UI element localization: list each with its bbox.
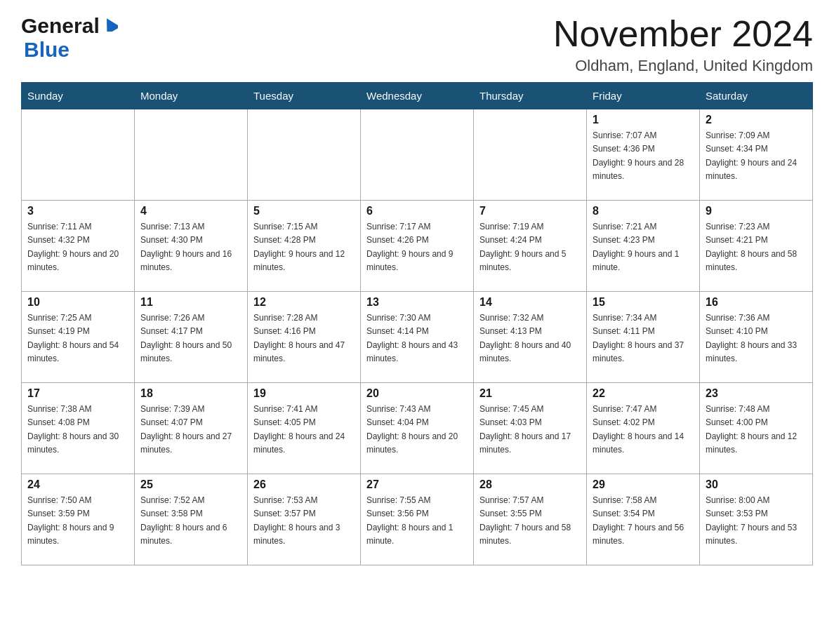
calendar-cell: 11Sunrise: 7:26 AMSunset: 4:17 PMDayligh… — [135, 292, 248, 383]
day-number: 22 — [593, 387, 694, 400]
day-info: Sunrise: 7:39 AMSunset: 4:07 PMDaylight:… — [140, 403, 241, 457]
weekday-header-sunday: Sunday — [22, 83, 135, 109]
calendar-cell — [135, 109, 248, 201]
calendar-cell — [22, 109, 135, 201]
day-number: 18 — [140, 387, 241, 400]
weekday-header-thursday: Thursday — [474, 83, 587, 109]
calendar-cell: 8Sunrise: 7:21 AMSunset: 4:23 PMDaylight… — [587, 201, 700, 292]
svg-marker-0 — [102, 18, 118, 32]
calendar-cell: 15Sunrise: 7:34 AMSunset: 4:11 PMDayligh… — [587, 292, 700, 383]
calendar-cell: 21Sunrise: 7:45 AMSunset: 4:03 PMDayligh… — [474, 383, 587, 474]
day-info: Sunrise: 7:58 AMSunset: 3:54 PMDaylight:… — [593, 494, 694, 548]
logo: General Blue — [21, 14, 118, 62]
month-title: November 2024 — [553, 14, 813, 54]
calendar-cell: 22Sunrise: 7:47 AMSunset: 4:02 PMDayligh… — [587, 383, 700, 474]
day-number: 26 — [253, 478, 355, 491]
day-info: Sunrise: 7:38 AMSunset: 4:08 PMDaylight:… — [27, 403, 128, 457]
calendar-cell: 16Sunrise: 7:36 AMSunset: 4:10 PMDayligh… — [700, 292, 813, 383]
weekday-header-saturday: Saturday — [700, 83, 813, 109]
calendar-cell: 7Sunrise: 7:19 AMSunset: 4:24 PMDaylight… — [474, 201, 587, 292]
day-info: Sunrise: 7:19 AMSunset: 4:24 PMDaylight:… — [479, 220, 581, 274]
calendar-cell — [474, 109, 587, 201]
calendar-cell: 5Sunrise: 7:15 AMSunset: 4:28 PMDaylight… — [248, 201, 361, 292]
calendar-cell: 29Sunrise: 7:58 AMSunset: 3:54 PMDayligh… — [587, 474, 700, 565]
day-number: 16 — [706, 296, 807, 309]
calendar-week-row: 3Sunrise: 7:11 AMSunset: 4:32 PMDaylight… — [22, 201, 813, 292]
weekday-header-wednesday: Wednesday — [361, 83, 474, 109]
day-number: 29 — [593, 478, 694, 491]
day-info: Sunrise: 7:23 AMSunset: 4:21 PMDaylight:… — [706, 220, 807, 274]
day-info: Sunrise: 7:28 AMSunset: 4:16 PMDaylight:… — [253, 311, 355, 365]
day-number: 12 — [253, 296, 355, 309]
day-number: 15 — [593, 296, 694, 309]
day-info: Sunrise: 7:36 AMSunset: 4:10 PMDaylight:… — [706, 311, 807, 365]
day-number: 13 — [366, 296, 468, 309]
day-number: 7 — [479, 205, 581, 217]
day-info: Sunrise: 7:25 AMSunset: 4:19 PMDaylight:… — [27, 311, 128, 365]
logo-triangle-icon — [102, 18, 118, 34]
weekday-header-friday: Friday — [587, 83, 700, 109]
calendar-cell: 23Sunrise: 7:48 AMSunset: 4:00 PMDayligh… — [700, 383, 813, 474]
day-info: Sunrise: 7:09 AMSunset: 4:34 PMDaylight:… — [706, 129, 807, 183]
day-info: Sunrise: 7:30 AMSunset: 4:14 PMDaylight:… — [366, 311, 468, 365]
calendar-table: SundayMondayTuesdayWednesdayThursdayFrid… — [21, 82, 813, 565]
calendar-cell: 12Sunrise: 7:28 AMSunset: 4:16 PMDayligh… — [248, 292, 361, 383]
calendar-cell: 27Sunrise: 7:55 AMSunset: 3:56 PMDayligh… — [361, 474, 474, 565]
day-info: Sunrise: 7:17 AMSunset: 4:26 PMDaylight:… — [366, 220, 468, 274]
logo-general-text: General — [21, 14, 100, 38]
location-subtitle: Oldham, England, United Kingdom — [553, 57, 813, 75]
day-info: Sunrise: 7:43 AMSunset: 4:04 PMDaylight:… — [366, 403, 468, 457]
calendar-cell: 24Sunrise: 7:50 AMSunset: 3:59 PMDayligh… — [22, 474, 135, 565]
day-number: 1 — [593, 114, 694, 126]
day-info: Sunrise: 7:26 AMSunset: 4:17 PMDaylight:… — [140, 311, 241, 365]
day-info: Sunrise: 7:32 AMSunset: 4:13 PMDaylight:… — [479, 311, 581, 365]
calendar-cell: 26Sunrise: 7:53 AMSunset: 3:57 PMDayligh… — [248, 474, 361, 565]
day-number: 19 — [253, 387, 355, 400]
day-info: Sunrise: 7:57 AMSunset: 3:55 PMDaylight:… — [479, 494, 581, 548]
day-number: 20 — [366, 387, 468, 400]
day-info: Sunrise: 8:00 AMSunset: 3:53 PMDaylight:… — [706, 494, 807, 548]
day-number: 5 — [253, 205, 355, 217]
day-number: 11 — [140, 296, 241, 309]
day-info: Sunrise: 7:13 AMSunset: 4:30 PMDaylight:… — [140, 220, 241, 274]
calendar-cell: 14Sunrise: 7:32 AMSunset: 4:13 PMDayligh… — [474, 292, 587, 383]
weekday-header-monday: Monday — [135, 83, 248, 109]
day-number: 25 — [140, 478, 241, 491]
day-number: 2 — [706, 114, 807, 126]
calendar-week-row: 24Sunrise: 7:50 AMSunset: 3:59 PMDayligh… — [22, 474, 813, 565]
calendar-cell — [248, 109, 361, 201]
day-number: 4 — [140, 205, 241, 217]
title-area: November 2024 Oldham, England, United Ki… — [553, 14, 813, 75]
calendar-cell: 2Sunrise: 7:09 AMSunset: 4:34 PMDaylight… — [700, 109, 813, 201]
day-number: 6 — [366, 205, 468, 217]
calendar-header: SundayMondayTuesdayWednesdayThursdayFrid… — [22, 83, 813, 109]
weekday-header-row: SundayMondayTuesdayWednesdayThursdayFrid… — [22, 83, 813, 109]
calendar-cell: 30Sunrise: 8:00 AMSunset: 3:53 PMDayligh… — [700, 474, 813, 565]
logo-blue-text: Blue — [24, 38, 70, 61]
calendar-week-row: 1Sunrise: 7:07 AMSunset: 4:36 PMDaylight… — [22, 109, 813, 201]
calendar-cell: 10Sunrise: 7:25 AMSunset: 4:19 PMDayligh… — [22, 292, 135, 383]
calendar-cell — [361, 109, 474, 201]
day-number: 14 — [479, 296, 581, 309]
day-info: Sunrise: 7:34 AMSunset: 4:11 PMDaylight:… — [593, 311, 694, 365]
calendar-cell: 28Sunrise: 7:57 AMSunset: 3:55 PMDayligh… — [474, 474, 587, 565]
day-info: Sunrise: 7:15 AMSunset: 4:28 PMDaylight:… — [253, 220, 355, 274]
header: General Blue November 2024 Oldham, Engla… — [21, 14, 813, 75]
day-info: Sunrise: 7:21 AMSunset: 4:23 PMDaylight:… — [593, 220, 694, 274]
calendar-cell: 20Sunrise: 7:43 AMSunset: 4:04 PMDayligh… — [361, 383, 474, 474]
calendar-cell: 1Sunrise: 7:07 AMSunset: 4:36 PMDaylight… — [587, 109, 700, 201]
calendar-cell: 9Sunrise: 7:23 AMSunset: 4:21 PMDaylight… — [700, 201, 813, 292]
calendar-body: 1Sunrise: 7:07 AMSunset: 4:36 PMDaylight… — [22, 109, 813, 565]
calendar-cell: 13Sunrise: 7:30 AMSunset: 4:14 PMDayligh… — [361, 292, 474, 383]
calendar-cell: 25Sunrise: 7:52 AMSunset: 3:58 PMDayligh… — [135, 474, 248, 565]
day-info: Sunrise: 7:11 AMSunset: 4:32 PMDaylight:… — [27, 220, 128, 274]
day-info: Sunrise: 7:48 AMSunset: 4:00 PMDaylight:… — [706, 403, 807, 457]
day-info: Sunrise: 7:41 AMSunset: 4:05 PMDaylight:… — [253, 403, 355, 457]
calendar-cell: 19Sunrise: 7:41 AMSunset: 4:05 PMDayligh… — [248, 383, 361, 474]
day-info: Sunrise: 7:50 AMSunset: 3:59 PMDaylight:… — [27, 494, 128, 548]
day-number: 17 — [27, 387, 128, 400]
day-info: Sunrise: 7:45 AMSunset: 4:03 PMDaylight:… — [479, 403, 581, 457]
calendar-week-row: 10Sunrise: 7:25 AMSunset: 4:19 PMDayligh… — [22, 292, 813, 383]
day-info: Sunrise: 7:47 AMSunset: 4:02 PMDaylight:… — [593, 403, 694, 457]
day-number: 3 — [27, 205, 128, 217]
